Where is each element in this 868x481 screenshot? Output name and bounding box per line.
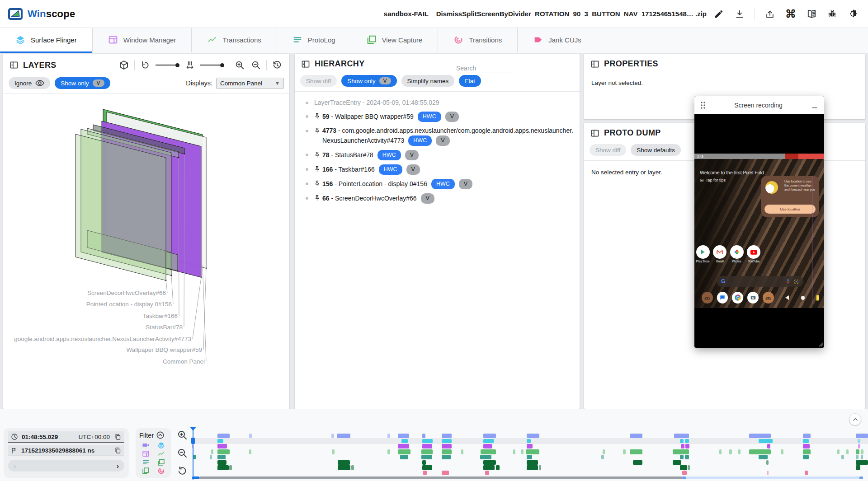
view-capture-1-trace-block[interactable] bbox=[633, 460, 642, 465]
surface-flinger-trace-block[interactable] bbox=[858, 439, 860, 443]
bug-icon[interactable] bbox=[826, 8, 838, 20]
timeline-zoom-in-icon[interactable] bbox=[176, 429, 188, 441]
flat-chip[interactable]: Flat bbox=[459, 75, 481, 87]
transitions-trace-block[interactable] bbox=[682, 471, 687, 475]
collapse-filter-icon[interactable] bbox=[156, 431, 165, 439]
window-manager-trace-block[interactable] bbox=[442, 444, 452, 448]
overview-selected-range[interactable] bbox=[682, 476, 863, 479]
hwc-chip[interactable]: HWC bbox=[418, 112, 441, 122]
transitions-trace-block[interactable] bbox=[442, 471, 449, 475]
screen-recording-trace-block[interactable] bbox=[630, 434, 642, 438]
surface-flinger-trace-block[interactable] bbox=[442, 439, 452, 443]
tree-root-row[interactable]: LayerTraceEntry - 2024-05-09, 01:48:55.0… bbox=[295, 98, 575, 107]
protolog-trace-block[interactable] bbox=[680, 455, 684, 459]
screen-recording-trace-block[interactable] bbox=[749, 434, 771, 438]
window-manager-trace-block[interactable] bbox=[483, 444, 492, 448]
protolog-trace-block[interactable] bbox=[841, 455, 844, 459]
view-capture-2-trace-block[interactable] bbox=[496, 465, 500, 470]
ns-time-field[interactable]: 1715219335029888061 ns bbox=[8, 445, 124, 456]
overview-range-handle[interactable] bbox=[859, 476, 863, 479]
app-play-store[interactable]: Play Store bbox=[695, 245, 711, 263]
protolog-trace-block[interactable] bbox=[210, 455, 212, 459]
window-manager-trace-block[interactable] bbox=[422, 444, 432, 448]
window-manager-trace-block[interactable] bbox=[685, 444, 689, 448]
pin-icon[interactable] bbox=[314, 113, 320, 122]
transactions-trace-block[interactable] bbox=[387, 449, 390, 454]
view-capture-1-trace-block[interactable] bbox=[856, 460, 868, 465]
transactions-trace-block[interactable] bbox=[673, 449, 689, 454]
screen-recording-trace-block[interactable] bbox=[483, 434, 496, 438]
v-chip[interactable]: V bbox=[421, 193, 434, 204]
protolog-trace-block[interactable] bbox=[527, 455, 532, 459]
window-manager-trace-block[interactable] bbox=[398, 444, 409, 448]
tree-row[interactable]: 156 - PointerLocation - display 0#156HWC… bbox=[295, 179, 575, 189]
protolog-trace-block[interactable] bbox=[856, 455, 859, 459]
timeline-overview-slider[interactable] bbox=[192, 476, 868, 479]
transactions-trace-block[interactable] bbox=[630, 449, 642, 454]
view-capture-2-trace-block[interactable] bbox=[539, 465, 541, 470]
transactions-trace-block[interactable] bbox=[526, 449, 539, 454]
layers-filter-icon[interactable] bbox=[157, 441, 165, 449]
pin-icon[interactable] bbox=[314, 127, 320, 137]
rotation-icon[interactable] bbox=[139, 59, 151, 71]
tree-row[interactable]: 166 - Taskbar#166HWCV bbox=[295, 164, 575, 175]
squares-filter-icon[interactable] bbox=[142, 467, 150, 475]
spacing-icon[interactable] bbox=[184, 59, 196, 71]
screen-recording-trace-block[interactable] bbox=[217, 434, 230, 438]
view-capture-2-trace-block[interactable] bbox=[856, 465, 860, 470]
human-time-field[interactable]: 01:48:55.029 UTC+00:00 bbox=[8, 431, 124, 443]
view-capture-1-trace-block[interactable] bbox=[527, 460, 538, 465]
transactions-trace-block[interactable] bbox=[442, 449, 452, 454]
screen-recording-trace-block[interactable] bbox=[387, 434, 390, 438]
transactions-trace-block[interactable] bbox=[211, 449, 213, 454]
screen-recording-trace-block[interactable] bbox=[337, 434, 350, 438]
protolog-trace-block[interactable] bbox=[480, 455, 491, 459]
transactions-trace-block[interactable] bbox=[513, 449, 515, 454]
screen-recording-trace-block[interactable] bbox=[856, 434, 868, 438]
transactions-trace-block[interactable] bbox=[623, 449, 626, 454]
copy-icon[interactable] bbox=[113, 433, 122, 441]
overview-range-handle[interactable] bbox=[682, 476, 686, 479]
view-capture-2-trace-block[interactable] bbox=[688, 465, 690, 470]
view-capture-1-trace-block[interactable] bbox=[422, 460, 426, 465]
weather-widget[interactable]: Use location to see the current weather … bbox=[761, 176, 819, 217]
layers-3d-scene[interactable]: ScreenDecorHwcOverlay#66PointerLocation … bbox=[3, 93, 289, 409]
transactions-trace-block[interactable] bbox=[729, 449, 732, 454]
transactions-trace-block[interactable] bbox=[398, 449, 410, 454]
surface-flinger-trace-block[interactable] bbox=[680, 439, 684, 443]
screen-recording-trace-block[interactable] bbox=[398, 434, 409, 438]
copy-icon[interactable] bbox=[113, 446, 122, 454]
reset-view-icon[interactable] bbox=[271, 59, 283, 71]
view-capture-2-trace-block[interactable] bbox=[338, 465, 350, 470]
surface-flinger-trace-block[interactable] bbox=[759, 439, 773, 443]
window-manager-trace-block[interactable] bbox=[767, 444, 770, 448]
next-entry-button[interactable]: › bbox=[117, 462, 119, 470]
transactions-trace-block[interactable] bbox=[738, 449, 741, 454]
nav-back-button[interactable] bbox=[785, 295, 789, 300]
hwc-chip[interactable]: HWC bbox=[377, 150, 401, 160]
shortcuts-icon[interactable]: ⌘ bbox=[785, 8, 797, 20]
screen-recording-titlebar[interactable]: Screen recording _ bbox=[694, 96, 824, 114]
tab-window-manager[interactable]: Window Manager bbox=[92, 28, 192, 53]
hierarchy-search-input[interactable] bbox=[456, 64, 514, 73]
show-defaults-chip[interactable]: Show defaults bbox=[631, 144, 681, 156]
protolog-trace-block[interactable] bbox=[759, 455, 768, 459]
screen-recording-trace-block[interactable] bbox=[249, 434, 252, 438]
transactions-trace-block[interactable] bbox=[861, 449, 863, 454]
messages-app-icon[interactable] bbox=[717, 292, 728, 304]
show-only-chip[interactable]: Show only V bbox=[55, 77, 110, 89]
screen-recording-trace-block[interactable] bbox=[422, 434, 425, 438]
surface-flinger-trace-block[interactable] bbox=[803, 439, 809, 443]
window-manager-trace-block[interactable] bbox=[217, 444, 227, 448]
docs-icon[interactable] bbox=[806, 8, 817, 20]
view-capture-2-trace-block[interactable] bbox=[217, 465, 229, 470]
lines-filter-icon[interactable] bbox=[142, 458, 150, 466]
screen-recording-trace-block[interactable] bbox=[803, 434, 811, 438]
previous-entry-button[interactable]: ‹ bbox=[14, 462, 16, 470]
overview-track[interactable] bbox=[199, 476, 682, 479]
tree-row[interactable]: 4773 - com.google.android.apps.nexuslaun… bbox=[295, 126, 575, 146]
v-chip[interactable]: V bbox=[436, 135, 449, 146]
app-photos[interactable]: Photos bbox=[729, 245, 745, 263]
timeline-reset-zoom-icon[interactable] bbox=[176, 465, 188, 477]
3d-view-icon[interactable] bbox=[118, 59, 130, 71]
